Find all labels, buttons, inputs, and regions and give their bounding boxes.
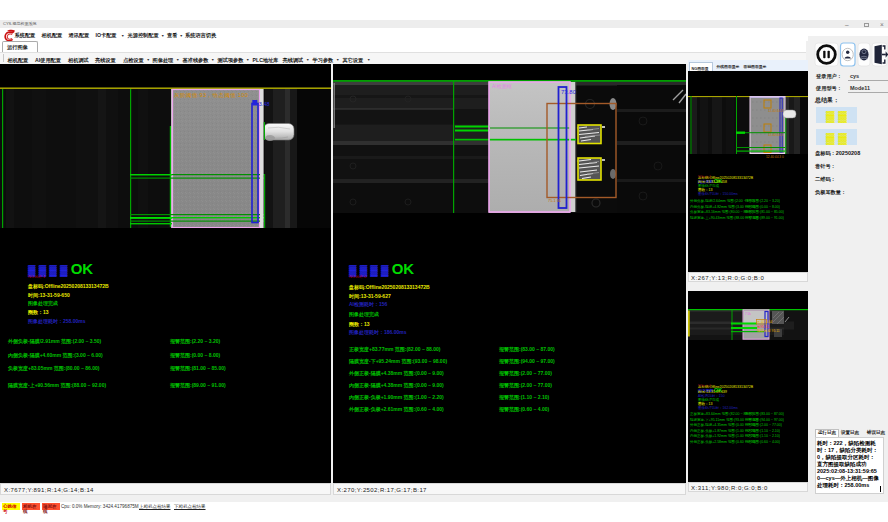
svg-text:75.1 61: 75.1 61 [548,198,562,203]
svg-text:灰阶阈值:93，动态阈值:100: 灰阶阈值:93，动态阈值:100 [174,92,248,99]
svg-text:73.80: 73.80 [561,89,577,95]
svg-text:宽95.11: 宽95.11 [757,325,769,329]
svg-text:AI检测框: AI检测框 [492,83,512,90]
svg-text:12.40 44.3: 12.40 44.3 [768,133,783,137]
svg-text:3.48: 3.48 [259,101,270,107]
svg-text:12.40 44.3: 12.40 44.3 [768,109,783,113]
svg-text:12.40 44.3 0: 12.40 44.3 0 [766,155,784,159]
svg-text:7.5k: 7.5k [745,312,751,316]
svg-text:隔膜宽度 95.11: 隔膜宽度 95.11 [757,328,780,333]
svg-text:宽度83.64: 宽度83.64 [757,320,772,324]
